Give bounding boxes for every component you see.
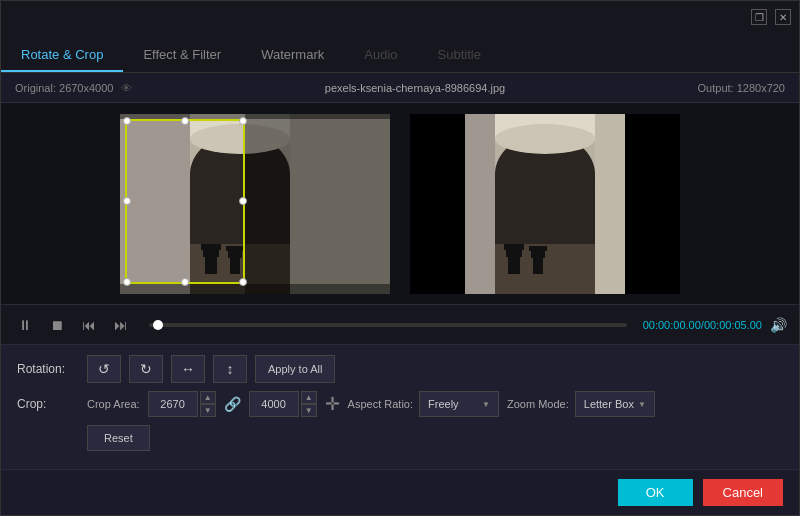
preview-area bbox=[1, 103, 799, 304]
volume-icon[interactable]: 🔊 bbox=[770, 317, 787, 333]
crop-width-group: ▲ ▼ bbox=[148, 391, 216, 417]
rotation-label: Rotation: bbox=[17, 362, 79, 376]
svg-point-28 bbox=[495, 124, 595, 154]
crop-reset-icon[interactable]: ✛ bbox=[325, 393, 340, 415]
crop-handle-bl[interactable] bbox=[123, 278, 131, 286]
crop-height-spinners: ▲ ▼ bbox=[301, 391, 317, 417]
aspect-ratio-select[interactable]: Freely ▼ bbox=[419, 391, 499, 417]
timeline-bar: ⏸ ⏹ ⏮ ⏭ 00:00:00.00/00:00:05.00 🔊 bbox=[1, 304, 799, 344]
crop-width-up[interactable]: ▲ bbox=[200, 391, 216, 404]
crop-height-group: ▲ ▼ bbox=[249, 391, 317, 417]
crop-height-up[interactable]: ▲ bbox=[301, 391, 317, 404]
zoom-mode-arrow: ▼ bbox=[638, 400, 646, 409]
zoom-mode-group: Zoom Mode: Letter Box ▼ bbox=[507, 391, 655, 417]
rotate-left-button[interactable]: ↺ bbox=[87, 355, 121, 383]
rotation-row: Rotation: ↺ ↻ ↔ ↕ Apply to All bbox=[17, 355, 783, 383]
right-preview-panel bbox=[410, 114, 680, 294]
play-pause-button[interactable]: ⏸ bbox=[13, 313, 37, 337]
tint-bottom bbox=[120, 284, 390, 294]
restore-button[interactable]: ❐ bbox=[751, 9, 767, 25]
preview-container bbox=[1, 103, 799, 304]
crop-handle-bc[interactable] bbox=[181, 278, 189, 286]
link-icon[interactable]: 🔗 bbox=[224, 396, 241, 412]
left-preview-panel bbox=[120, 114, 390, 294]
ok-button[interactable]: OK bbox=[618, 479, 693, 506]
svg-rect-25 bbox=[531, 251, 545, 258]
tab-audio: Audio bbox=[344, 39, 417, 72]
svg-rect-19 bbox=[465, 114, 495, 294]
crop-handle-br[interactable] bbox=[239, 278, 247, 286]
original-size-label: Original: 2670x4000 bbox=[15, 82, 113, 94]
tab-bar: Rotate & Crop Effect & Filter Watermark … bbox=[1, 33, 799, 73]
reset-row: Reset bbox=[17, 425, 783, 451]
flip-vertical-button[interactable]: ↕ bbox=[213, 355, 247, 383]
letterbox-left bbox=[410, 114, 465, 294]
crop-handle-tc[interactable] bbox=[181, 117, 189, 125]
bottom-bar: OK Cancel bbox=[1, 469, 799, 515]
zoom-mode-label: Zoom Mode: bbox=[507, 398, 569, 410]
crop-handle-tl[interactable] bbox=[123, 117, 131, 125]
tab-watermark[interactable]: Watermark bbox=[241, 39, 344, 72]
info-bar: Original: 2670x4000 👁 pexels-ksenia-cher… bbox=[1, 73, 799, 103]
crop-width-down[interactable]: ▼ bbox=[200, 404, 216, 417]
prev-frame-button[interactable]: ⏮ bbox=[77, 313, 101, 337]
aspect-ratio-arrow: ▼ bbox=[482, 400, 490, 409]
svg-rect-26 bbox=[529, 246, 547, 251]
main-window: ❐ ✕ Rotate & Crop Effect & Filter Waterm… bbox=[0, 0, 800, 516]
crop-box[interactable] bbox=[125, 119, 245, 284]
rotate-right-button[interactable]: ↻ bbox=[129, 355, 163, 383]
output-image bbox=[465, 114, 625, 294]
svg-rect-20 bbox=[595, 114, 625, 294]
timeline-time: 00:00:00.00/00:00:05.00 bbox=[643, 319, 762, 331]
tint-right bbox=[245, 114, 390, 294]
tab-rotate-crop[interactable]: Rotate & Crop bbox=[1, 39, 123, 72]
filename-label: pexels-ksenia-chernaya-8986694.jpg bbox=[132, 82, 697, 94]
title-bar: ❐ ✕ bbox=[1, 1, 799, 33]
svg-rect-22 bbox=[506, 249, 522, 257]
svg-rect-24 bbox=[533, 256, 543, 274]
close-button[interactable]: ✕ bbox=[775, 9, 791, 25]
letterbox-right bbox=[625, 114, 680, 294]
crop-handle-ml[interactable] bbox=[123, 197, 131, 205]
crop-handle-mr[interactable] bbox=[239, 197, 247, 205]
output-size-label: Output: 1280x720 bbox=[698, 82, 785, 94]
window-controls: ❐ ✕ bbox=[751, 9, 791, 25]
apply-to-all-button[interactable]: Apply to All bbox=[255, 355, 335, 383]
crop-width-input[interactable] bbox=[148, 391, 198, 417]
stop-button[interactable]: ⏹ bbox=[45, 313, 69, 337]
eye-icon[interactable]: 👁 bbox=[121, 82, 132, 94]
aspect-ratio-label: Aspect Ratio: bbox=[348, 398, 413, 410]
timeline-progress[interactable] bbox=[149, 323, 627, 327]
timeline-thumb[interactable] bbox=[153, 320, 163, 330]
svg-rect-23 bbox=[504, 244, 524, 250]
cancel-button[interactable]: Cancel bbox=[703, 479, 783, 506]
crop-label: Crop: bbox=[17, 397, 79, 411]
next-frame-button[interactable]: ⏭ bbox=[109, 313, 133, 337]
crop-handle-tr[interactable] bbox=[239, 117, 247, 125]
aspect-ratio-group: Aspect Ratio: Freely ▼ bbox=[348, 391, 499, 417]
controls-panel: Rotation: ↺ ↻ ↔ ↕ Apply to All Crop: Cro… bbox=[1, 344, 799, 469]
crop-height-input[interactable] bbox=[249, 391, 299, 417]
reset-button[interactable]: Reset bbox=[87, 425, 150, 451]
tab-effect-filter[interactable]: Effect & Filter bbox=[123, 39, 241, 72]
crop-area-label: Crop Area: bbox=[87, 398, 140, 410]
crop-width-spinners: ▲ ▼ bbox=[200, 391, 216, 417]
flip-horizontal-button[interactable]: ↔ bbox=[171, 355, 205, 383]
crop-height-down[interactable]: ▼ bbox=[301, 404, 317, 417]
crop-row: Crop: Crop Area: ▲ ▼ 🔗 ▲ ▼ ✛ Aspect Ra bbox=[17, 391, 783, 417]
tab-subtitle: Subtitle bbox=[418, 39, 501, 72]
zoom-mode-select[interactable]: Letter Box ▼ bbox=[575, 391, 655, 417]
